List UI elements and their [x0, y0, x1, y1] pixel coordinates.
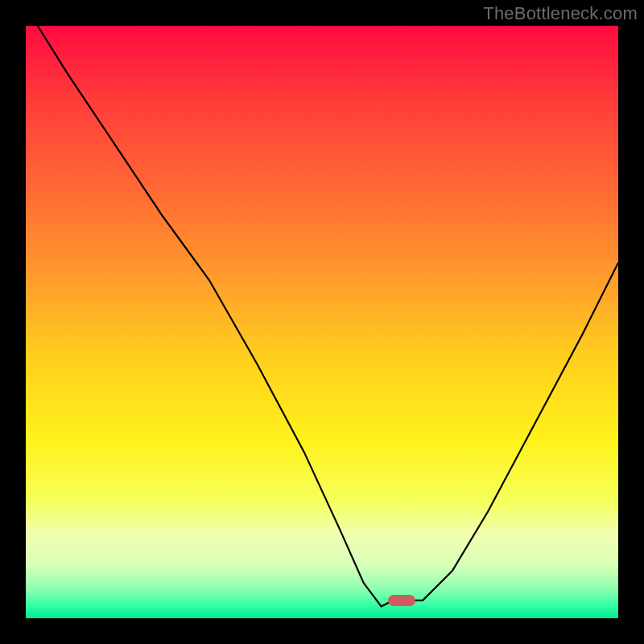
bottleneck-curve	[26, 26, 618, 618]
curve-line	[38, 26, 618, 606]
plot-area	[26, 26, 618, 618]
chart-frame: TheBottleneck.com	[0, 0, 644, 644]
watermark-text: TheBottleneck.com	[483, 3, 638, 24]
optimal-marker	[388, 595, 415, 606]
